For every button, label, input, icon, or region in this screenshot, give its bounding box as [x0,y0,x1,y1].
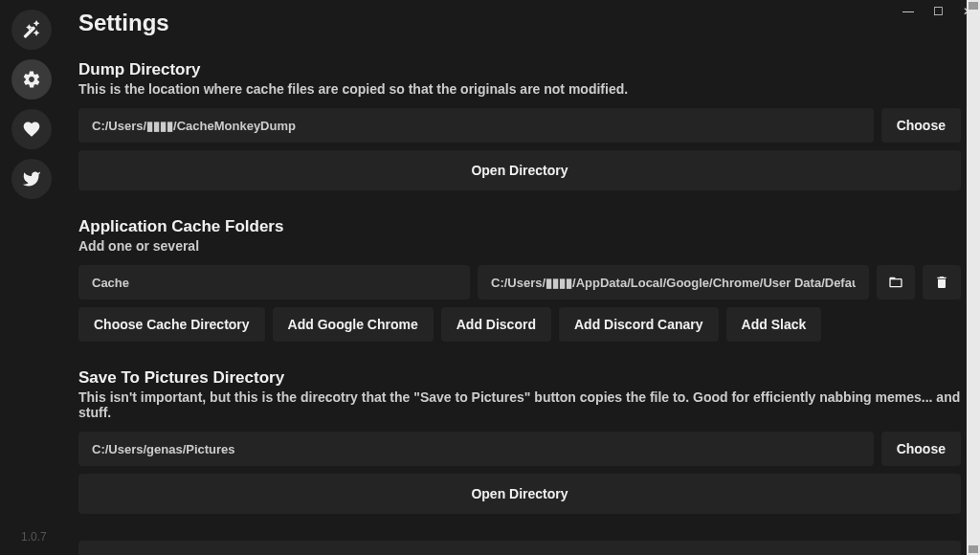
gear-icon [22,70,41,89]
cache-path-input[interactable] [478,265,869,300]
magic-wand-icon [22,20,41,39]
cache-title: Application Cache Folders [78,217,961,236]
pictures-path-input[interactable] [78,432,874,466]
add-discord-button[interactable]: Add Discord [441,307,551,342]
folder-open-icon [888,275,903,290]
window-scrollbar[interactable] [967,0,980,555]
cache-section: Application Cache Folders Add one or sev… [78,217,961,342]
sidebar-wand-button[interactable] [11,10,52,50]
pictures-open-button[interactable]: Open Directory [78,474,961,514]
add-slack-button[interactable]: Add Slack [726,307,822,342]
trash-icon [934,275,949,290]
dump-choose-button[interactable]: Choose [881,108,961,143]
dump-desc: This is the location where cache files a… [78,81,961,97]
dump-path-input[interactable] [78,108,874,143]
version-label: 1.0.7 [21,530,47,544]
add-discord-canary-button[interactable]: Add Discord Canary [559,307,719,342]
pictures-desc: This isn't important, but this is the di… [78,389,961,420]
toggle-theme-button[interactable]: Toggle Theme [78,541,961,555]
sidebar-twitter-button[interactable] [11,159,52,199]
cache-browse-button[interactable] [877,265,915,300]
page-title: Settings [78,10,961,36]
pictures-section: Save To Pictures Directory This isn't im… [78,368,961,514]
main-content: Settings Dump Directory This is the loca… [78,10,961,555]
dump-section: Dump Directory This is the location wher… [78,60,961,190]
theme-section: Toggle Theme [78,541,961,555]
scrollbar-down-arrow[interactable] [969,545,978,553]
pictures-title: Save To Pictures Directory [78,368,961,388]
dump-title: Dump Directory [78,60,961,79]
scrollbar-up-arrow[interactable] [969,2,978,10]
cache-delete-button[interactable] [923,265,961,300]
choose-cache-dir-button[interactable]: Choose Cache Directory [78,307,265,342]
sidebar [11,10,54,199]
add-chrome-button[interactable]: Add Google Chrome [273,307,434,342]
twitter-icon [22,169,41,189]
dump-open-button[interactable]: Open Directory [78,150,961,190]
cache-name-input[interactable] [78,265,470,300]
sidebar-favorites-button[interactable] [11,109,52,149]
sidebar-settings-button[interactable] [11,59,52,100]
pictures-choose-button[interactable]: Choose [881,432,961,466]
heart-icon [22,120,41,139]
cache-desc: Add one or several [78,238,961,254]
